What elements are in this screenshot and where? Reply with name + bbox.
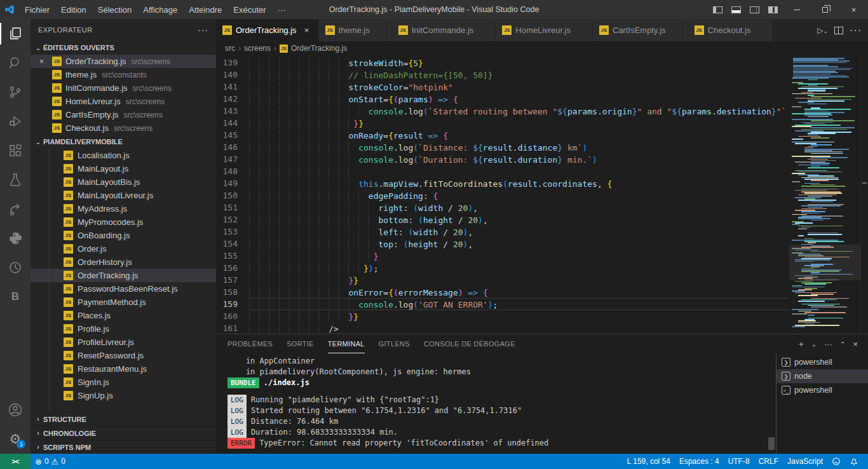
history-icon[interactable]: [0, 253, 31, 282]
run-debug-icon[interactable]: ▷⌄: [817, 26, 828, 35]
chevron-down-icon[interactable]: ⌄: [811, 341, 817, 348]
terminal-powershell[interactable]: >_powershell: [776, 383, 868, 397]
code-line[interactable]: 140// lineDashPattern={[50, 50]}: [216, 69, 789, 81]
code-line[interactable]: 147console.log(`Duration: ${result.durat…: [216, 153, 789, 165]
tree-item-resetpassword-js[interactable]: JSResetPassword.js: [31, 349, 216, 362]
tree-item-profile-js[interactable]: JSProfile.js: [31, 322, 216, 336]
tree-item-places-js[interactable]: JSPlaces.js: [31, 309, 216, 322]
tree-item-order-js[interactable]: JSOrder.js: [31, 242, 216, 255]
code-line[interactable]: 151right: (width / 20),: [216, 201, 789, 214]
code-line[interactable]: 161/>: [216, 322, 789, 334]
panel-tab-gitlens[interactable]: GITLENS: [379, 334, 410, 353]
tab-ordertracking-js[interactable]: JSOrderTracking.js×: [216, 19, 319, 41]
source-control-icon[interactable]: [0, 78, 31, 107]
terminal-node[interactable]: ❯node: [776, 369, 868, 383]
open-editor-cartisempty-js[interactable]: ×JSCartIsEmpty.jssrc\screens: [31, 108, 216, 121]
tab-cartisempty-js[interactable]: JSCartIsEmpty.js×: [593, 19, 688, 41]
menu-ex-cuter[interactable]: Exécuter: [227, 0, 271, 19]
code-line[interactable]: 157}}: [216, 274, 789, 286]
tree-item-onboarding-js[interactable]: JSOnBoarding.js: [31, 229, 216, 242]
python-icon[interactable]: [0, 224, 31, 253]
account-icon[interactable]: [0, 395, 31, 425]
layout-panel-icon[interactable]: [731, 6, 741, 13]
remote-indicator[interactable]: ><: [0, 454, 31, 469]
bell-icon[interactable]: [845, 454, 863, 469]
code-line[interactable]: 159console.log('GOT AN ERROR');: [216, 298, 789, 310]
close-icon[interactable]: ×: [39, 57, 52, 66]
tree-item-mainlayoutbis-js[interactable]: JSMainLayoutBis.js: [31, 175, 216, 189]
problems-status[interactable]: ⊗ 0 ⚠ 0: [31, 454, 70, 469]
menu-affichage[interactable]: Affichage: [137, 0, 183, 19]
code-line[interactable]: 156});: [216, 262, 789, 274]
open-editor-theme-js[interactable]: ×JStheme.jssrc\constants: [31, 68, 216, 81]
code-line[interactable]: 148: [216, 165, 789, 177]
code-line[interactable]: 145onReady={result => {: [216, 129, 789, 141]
code-line[interactable]: 155}: [216, 250, 789, 262]
terminal-scrollbar[interactable]: [768, 437, 775, 450]
panel-tab-terminal[interactable]: TERMINAL: [328, 334, 365, 353]
split-editor-icon[interactable]: [834, 27, 843, 34]
open-editors-section[interactable]: ⌄ ÉDITEURS OUVERTS: [31, 41, 216, 55]
tab-checkout-js[interactable]: JSCheckout.js×: [688, 19, 773, 41]
tree-item-mainlayout-js[interactable]: JSMainLayout.js: [31, 162, 216, 175]
panel-tab-console-de-d-bogage[interactable]: CONSOLE DE DÉBOGAGE: [424, 334, 515, 353]
code-line[interactable]: 143console.log(`Started routing between …: [216, 105, 789, 117]
tree-item-passwordhasbeenreset-js[interactable]: JSPasswordHasBeenReset.js: [31, 282, 216, 296]
minimap[interactable]: [789, 55, 860, 334]
settings-gear-icon[interactable]: ⚙1: [0, 425, 31, 454]
tree-item-localisation-js[interactable]: JSLocalisation.js: [31, 149, 216, 162]
breadcrumb-item[interactable]: src: [225, 44, 235, 53]
code-editor[interactable]: 139strokeWidth={5}140// lineDashPattern=…: [216, 55, 868, 334]
menu-s-lection[interactable]: Sélection: [92, 0, 137, 19]
tree-item-profilelivreur-js[interactable]: JSProfileLivreur.js: [31, 336, 216, 349]
layout-sidebar-left-icon[interactable]: [713, 6, 722, 13]
code-line[interactable]: 154top: (height / 20),: [216, 238, 789, 250]
code-line[interactable]: 142onStart={(params) => {: [216, 93, 789, 105]
ellipsis-icon[interactable]: ···: [850, 25, 862, 36]
breadcrumb-item[interactable]: screens: [244, 44, 271, 53]
explorer-icon[interactable]: [0, 19, 31, 48]
layout-sidebar-right-icon[interactable]: [750, 6, 759, 13]
project-section[interactable]: ⌄ PIAMDELIVERYMOBILE: [31, 135, 216, 149]
tab-theme-js[interactable]: JStheme.js×: [319, 19, 392, 41]
restore-button[interactable]: [811, 0, 839, 19]
open-editor-checkout-js[interactable]: ×JSCheckout.jssrc\screens: [31, 121, 216, 135]
menu-[interactable]: ···: [272, 0, 292, 19]
editor-scrollbar[interactable]: [860, 55, 868, 334]
panel-tab-probl-mes[interactable]: PROBLÈMES: [227, 334, 273, 353]
code-line[interactable]: 152bottom: (height / 20),: [216, 214, 789, 226]
close-icon[interactable]: ×: [853, 339, 858, 349]
run-debug-icon[interactable]: [0, 107, 31, 136]
menu-edition[interactable]: Edition: [55, 0, 92, 19]
tab-homelivreur-js[interactable]: JSHomeLivreur.js×: [496, 19, 593, 41]
menu-atteindre[interactable]: Atteindre: [183, 0, 227, 19]
chevron-up-icon[interactable]: ⌃: [840, 341, 845, 348]
menu-fichier[interactable]: Fichier: [19, 0, 55, 19]
section-scripts-npm[interactable]: ›SCRIPTS NPM: [31, 440, 216, 454]
tree-item-signup-js[interactable]: JSSignUp.js: [31, 389, 216, 402]
encoding[interactable]: UTF-8: [724, 454, 754, 469]
tree-item-ordertracking-js[interactable]: JSOrderTracking.js: [31, 269, 216, 282]
code-line[interactable]: 141strokeColor="hotpink": [216, 81, 789, 93]
close-button[interactable]: ×: [839, 0, 868, 19]
section-chronologie[interactable]: ›CHRONOLOGIE: [31, 426, 216, 440]
breadcrumb-item[interactable]: OrderTracking.js: [291, 44, 347, 53]
cursor-position[interactable]: L 159, col 54: [623, 454, 675, 469]
tree-item-paymentmethod-js[interactable]: JSPaymentMethod.js: [31, 296, 216, 309]
tree-item-mainlayoutlivreur-js[interactable]: JSMainLayoutLivreur.js: [31, 189, 216, 202]
indentation[interactable]: Espaces : 4: [675, 454, 724, 469]
open-editor-ordertracking-js[interactable]: ×JSOrderTracking.jssrc\screens: [31, 55, 216, 68]
ellipsis-icon[interactable]: ···: [824, 339, 832, 349]
tree-item-orderhistory-js[interactable]: JSOrderHistory.js: [31, 255, 216, 269]
section-structure[interactable]: ›STRUCTURE: [31, 412, 216, 426]
search-icon[interactable]: [0, 48, 31, 78]
layout-grid-icon[interactable]: [768, 6, 778, 13]
feedback-icon[interactable]: [827, 454, 845, 469]
ellipsis-icon[interactable]: ···: [198, 25, 208, 35]
extensions-icon[interactable]: [0, 136, 31, 165]
close-icon[interactable]: ×: [302, 25, 312, 35]
code-line[interactable]: 158onError={(errorMessage) => {: [216, 286, 789, 298]
eol[interactable]: CRLF: [754, 454, 783, 469]
code-line[interactable]: 146console.log(`Distance: ${result.dista…: [216, 141, 789, 153]
code-line[interactable]: 150edgePadding: {: [216, 189, 789, 201]
